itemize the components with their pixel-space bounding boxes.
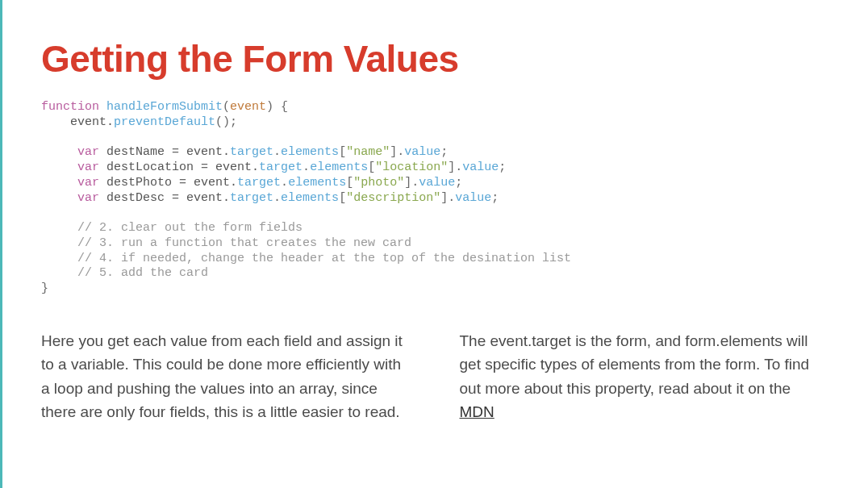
code-prop: value xyxy=(462,161,499,174)
code-punct: . xyxy=(281,176,288,190)
code-indent xyxy=(41,176,77,190)
code-text: event. xyxy=(179,191,230,205)
right-paragraph-text: The event.target is the form, and form.e… xyxy=(460,332,810,397)
code-punct: . xyxy=(273,145,281,159)
code-keyword: function xyxy=(41,100,99,114)
code-block: function handleFormSubmit(event) { event… xyxy=(41,100,829,297)
code-punct: = xyxy=(172,145,179,159)
code-punct: = xyxy=(201,161,208,174)
code-text: destPhoto xyxy=(99,176,179,190)
code-punct: = xyxy=(172,191,179,205)
code-comment: // 2. clear out the form fields xyxy=(77,221,303,235)
code-keyword: var xyxy=(77,145,99,159)
code-indent xyxy=(41,161,77,174)
code-punct: (); xyxy=(215,115,237,129)
code-prop: value xyxy=(419,176,455,190)
code-indent xyxy=(41,191,77,205)
code-prop: target xyxy=(230,191,273,205)
code-punct: ]. xyxy=(390,145,404,159)
code-punct: . xyxy=(303,161,310,174)
code-punct: ]. xyxy=(440,191,455,205)
code-function-name: handleFormSubmit xyxy=(106,100,223,114)
code-punct: ; xyxy=(499,161,506,174)
code-prop: elements xyxy=(310,161,368,174)
code-punct: [ xyxy=(339,191,346,205)
code-punct: ; xyxy=(440,145,448,159)
code-keyword: var xyxy=(77,191,99,205)
code-prop: value xyxy=(455,191,491,205)
code-comment: // 3. run a function that creates the ne… xyxy=(77,236,411,250)
text-columns: Here you get each value from each field … xyxy=(41,329,829,424)
code-punct: ( xyxy=(223,100,230,114)
right-paragraph: The event.target is the form, and form.e… xyxy=(460,329,830,424)
code-comment: // 5. add the card xyxy=(77,266,208,280)
code-prop: elements xyxy=(288,176,346,190)
code-indent xyxy=(41,252,77,265)
code-prop: target xyxy=(237,176,281,190)
code-text: destLocation xyxy=(99,161,201,174)
code-prop: elements xyxy=(281,191,339,205)
code-punct: ; xyxy=(455,176,462,190)
code-text: event. xyxy=(179,145,230,159)
code-punct: = xyxy=(179,176,186,190)
code-comment: // 4. if needed, change the header at th… xyxy=(77,252,571,265)
code-punct: [ xyxy=(368,161,375,174)
code-indent xyxy=(41,266,77,280)
code-indent xyxy=(41,236,77,250)
code-string: "name" xyxy=(346,145,390,159)
code-punct: [ xyxy=(339,145,346,159)
code-text: destName xyxy=(99,145,172,159)
code-keyword: var xyxy=(77,161,99,174)
code-text: event. xyxy=(70,115,114,129)
code-prop: value xyxy=(404,145,440,159)
code-string: "photo" xyxy=(353,176,404,190)
code-punct: ; xyxy=(491,191,499,205)
code-prop: target xyxy=(259,161,303,174)
code-prop: target xyxy=(230,145,273,159)
left-column: Here you get each value from each field … xyxy=(41,329,411,424)
code-string: "description" xyxy=(346,191,440,205)
code-punct: ]. xyxy=(448,161,462,174)
slide-title: Getting the Form Values xyxy=(41,40,829,77)
mdn-link[interactable]: MDN xyxy=(460,403,495,420)
code-text: event. xyxy=(186,176,237,190)
code-method: preventDefault xyxy=(114,115,215,129)
code-punct: ) { xyxy=(266,100,288,114)
code-text: event. xyxy=(208,161,259,174)
code-text: destDesc xyxy=(99,191,172,205)
code-keyword: var xyxy=(77,176,99,190)
code-indent xyxy=(41,145,77,159)
code-punct: [ xyxy=(346,176,353,190)
code-string: "location" xyxy=(375,161,448,174)
code-punct: . xyxy=(273,191,281,205)
code-close-brace: } xyxy=(41,282,48,295)
code-indent xyxy=(41,221,77,235)
code-param: event xyxy=(230,100,266,114)
left-paragraph: Here you get each value from each field … xyxy=(41,329,411,424)
right-column: The event.target is the form, and form.e… xyxy=(460,329,830,424)
code-prop: elements xyxy=(281,145,339,159)
code-punct: ]. xyxy=(404,176,419,190)
code-indent xyxy=(41,115,70,129)
